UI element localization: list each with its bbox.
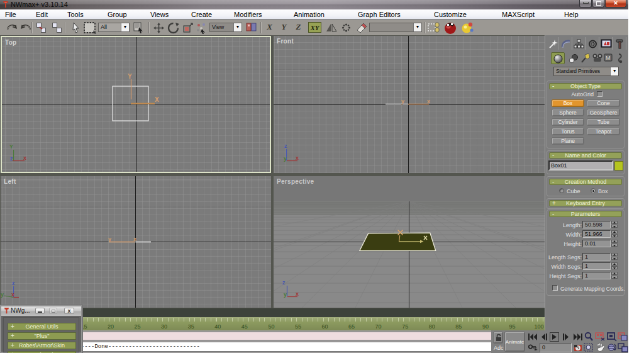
svg-text:x: x (133, 236, 136, 242)
svg-text:y: y (108, 236, 111, 242)
svg-text:y: y (401, 98, 404, 104)
svg-text:x: x (296, 155, 299, 161)
svg-text:x: x (427, 98, 430, 104)
svg-text:y: y (1, 291, 4, 298)
svg-text:z: z (284, 143, 287, 149)
svg-text:Y: Y (9, 143, 13, 150)
svg-text:z: z (12, 280, 15, 286)
svg-text:x: x (11, 291, 14, 298)
svg-text:y: y (284, 291, 287, 298)
svg-text:Y: Y (128, 73, 132, 80)
svg-text:x: x (23, 155, 26, 161)
svg-text:z: z (282, 279, 286, 286)
svg-text:y: y (284, 155, 287, 162)
svg-text:x: x (296, 291, 299, 297)
svg-text:X: X (155, 96, 159, 103)
svg-text:M: M (606, 55, 611, 61)
